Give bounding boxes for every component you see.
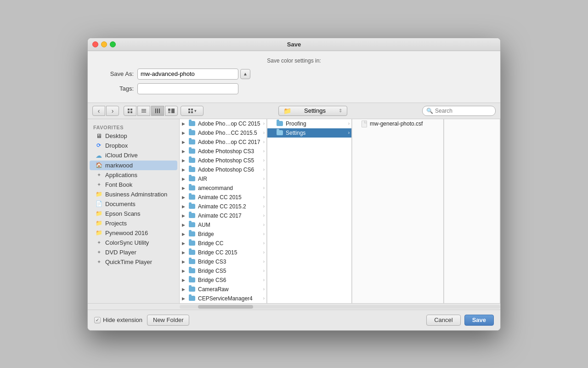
column-view-button[interactable]	[151, 106, 164, 116]
list-item-bridge[interactable]: ▶ Bridge ›	[180, 230, 266, 239]
tags-input[interactable]	[137, 83, 238, 94]
folder-icon	[189, 213, 195, 218]
list-item[interactable]: ▶ Bridge CS3 ›	[180, 257, 266, 266]
list-item[interactable]: ▶ Adobe Photoshop CS3 ›	[180, 147, 266, 156]
item-label: Adobe Photoshop CS3	[198, 148, 254, 155]
sidebar-item-projects[interactable]: 📁 Projects	[90, 218, 177, 228]
sidebar-item-documents[interactable]: 📄 Documents	[90, 199, 177, 209]
sidebar-item-fontbook[interactable]: ✦ Font Book	[90, 180, 177, 190]
sidebar-section-label: Favorites	[88, 123, 179, 131]
sidebar-item-applications[interactable]: ✦ Applications	[90, 170, 177, 180]
cover-flow-button[interactable]	[165, 106, 178, 116]
arrow-icon: ›	[263, 277, 265, 282]
svg-rect-8	[157, 109, 158, 113]
arrow-icon: ›	[263, 176, 265, 181]
expand-arrow: ▶	[182, 232, 185, 236]
list-item[interactable]: ▶ amecommand ›	[180, 184, 266, 193]
item-label: Settings	[286, 130, 305, 136]
arrow-icon: ›	[263, 296, 265, 301]
list-item[interactable]: ▶ Adobe Photoshop CS5 ›	[180, 156, 266, 165]
sidebar-item-quicktime[interactable]: ✦ QuickTime Player	[90, 257, 177, 267]
list-view-button[interactable]	[137, 106, 150, 116]
traffic-lights	[92, 41, 116, 47]
folder-icon	[189, 158, 195, 163]
item-label: Adobe Photoshop CS6	[198, 167, 254, 173]
list-item[interactable]: ▶ Bridge CS6 ›	[180, 276, 266, 285]
sidebar-item-desktop[interactable]: 🖥 Desktop	[90, 131, 177, 141]
sidebar-item-epson[interactable]: 📁 Epson Scans	[90, 209, 177, 218]
sidebar-item-icloud[interactable]: ☁ iCloud Drive	[90, 150, 177, 161]
file-icon	[362, 121, 367, 127]
folder-icon	[189, 130, 195, 135]
sidebar-item-dvd[interactable]: ✦ DVD Player	[90, 247, 177, 257]
list-item-settings[interactable]: Settings ›	[267, 128, 351, 138]
list-item-proofing[interactable]: Proofing ›	[267, 119, 351, 128]
save-button[interactable]: Save	[464, 315, 494, 326]
list-item[interactable]: ▶ Adobe Photoshop CS6 ›	[180, 165, 266, 174]
sidebar-item-business[interactable]: 📁 Business Adminstration	[90, 190, 177, 199]
pynewood-icon: 📁	[95, 230, 102, 236]
expand-arrow: ▶	[182, 140, 185, 144]
list-item[interactable]: ▶ CEPServiceManager4 ›	[180, 294, 266, 303]
search-input[interactable]	[435, 108, 492, 114]
item-label: Bridge CC	[198, 240, 223, 247]
desktop-icon: 🖥	[95, 132, 102, 139]
arrow-icon: ›	[263, 268, 265, 273]
list-item[interactable]: ▶ AUM ›	[180, 220, 266, 230]
location-button[interactable]: 📁 Settings ⇕	[278, 106, 347, 116]
save-as-input[interactable]	[137, 69, 238, 80]
hide-extension-checkbox[interactable]: ✓ Hide extension	[94, 316, 142, 323]
list-item[interactable]: ▶ AIR ›	[180, 174, 266, 184]
sidebar-item-label: Font Book	[105, 181, 132, 188]
sidebar-item-pynewood[interactable]: 📁 Pynewood 2016	[90, 228, 177, 238]
item-label: CameraRaw	[198, 286, 229, 293]
list-item[interactable]: ▶ Adobe Pho…CC 2015.5 ›	[180, 128, 266, 138]
list-item[interactable]: ▶ Adobe Pho…op CC 2015 ›	[180, 119, 266, 128]
expand-arrow: ▶	[182, 269, 185, 273]
list-item[interactable]: ▶ CameraRaw ›	[180, 285, 266, 294]
quicktime-icon: ✦	[95, 259, 102, 265]
arrow-icon: ›	[263, 204, 265, 209]
sidebar-item-colorsync[interactable]: ✦ ColorSync Utility	[90, 238, 177, 247]
minimize-button[interactable]	[101, 41, 107, 47]
arrange-button[interactable]: ▾	[181, 106, 204, 116]
save-subtitle: Save color settings in:	[97, 58, 491, 64]
expand-arrow: ▶	[182, 213, 185, 218]
arrow-icon: ›	[263, 231, 265, 236]
list-item[interactable]: ▶ Bridge CS5 ›	[180, 266, 266, 276]
expand-arrow: ▶	[182, 131, 185, 135]
item-label: Bridge CS6	[198, 277, 226, 283]
icon-view-button[interactable]	[124, 106, 136, 116]
maximize-button[interactable]	[110, 41, 116, 47]
item-label: Animate CC 2015	[198, 194, 242, 201]
cancel-button[interactable]: Cancel	[426, 315, 460, 326]
list-item-csf[interactable]: mw-general-photo.csf	[352, 119, 443, 129]
view-buttons	[124, 106, 178, 116]
location-bar: 📁 Settings ⇕	[206, 106, 419, 116]
expand-arrow: ▶	[182, 186, 185, 190]
list-item[interactable]: ▶ Animate CC 2015 ›	[180, 193, 266, 202]
close-button[interactable]	[92, 41, 98, 47]
nav-buttons: ‹ ›	[92, 106, 119, 116]
list-item[interactable]: ▶ Bridge CC ›	[180, 239, 266, 248]
list-item[interactable]: ▶ Adobe Pho…op CC 2017 ›	[180, 138, 266, 147]
expand-arrow: ▶	[182, 121, 185, 126]
hide-extension-label: Hide extension	[103, 316, 142, 323]
bottom-right: Cancel Save	[426, 315, 494, 326]
item-label: Bridge	[198, 231, 214, 237]
list-item[interactable]: ▶ Bridge CC 2015 ›	[180, 248, 266, 257]
new-folder-button[interactable]: New Folder	[147, 315, 189, 326]
arrow-icon: ›	[263, 241, 265, 246]
svg-rect-5	[141, 110, 146, 111]
horizontal-scrollbar[interactable]	[88, 303, 500, 310]
sidebar-item-markwood[interactable]: 🏠 markwood	[90, 161, 177, 170]
expand-button[interactable]: ▲	[240, 69, 250, 79]
forward-button[interactable]: ›	[106, 106, 119, 116]
sidebar-item-label: ColorSync Utility	[105, 239, 149, 246]
back-button[interactable]: ‹	[92, 106, 105, 116]
folder-icon	[189, 287, 195, 292]
list-item[interactable]: ▶ Animate CC 2015.2 ›	[180, 202, 266, 211]
expand-arrow: ▶	[182, 158, 185, 163]
list-item[interactable]: ▶ Animate CC 2017 ›	[180, 211, 266, 220]
sidebar-item-dropbox[interactable]: ⟳ Dropbox	[90, 141, 177, 150]
